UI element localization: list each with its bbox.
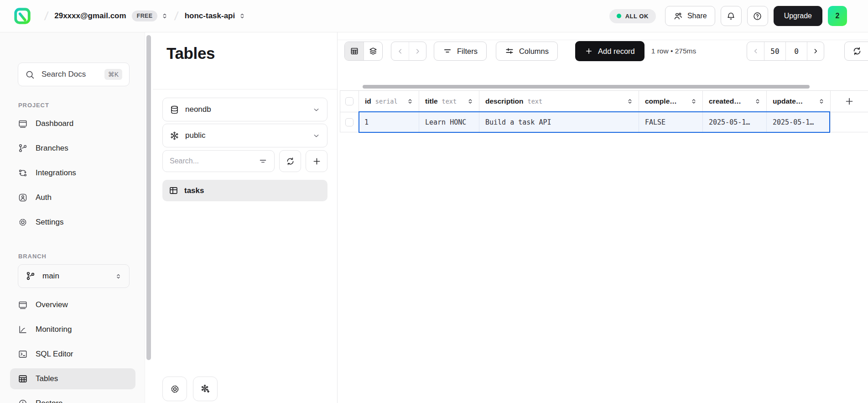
row-checkbox[interactable]: [345, 118, 353, 126]
plus-icon: [312, 157, 322, 166]
layers-view-button[interactable]: [364, 42, 382, 60]
sidebar-item-overview[interactable]: Overview: [10, 294, 135, 315]
status-label: ALL OK: [625, 13, 649, 20]
cell-updated[interactable]: 2025-05-1…: [766, 112, 830, 132]
gear-icon: [170, 384, 180, 394]
grid-horizontal-scrollbar[interactable]: [340, 83, 868, 90]
database-icon: [170, 105, 179, 115]
column-header-id[interactable]: id serial: [359, 91, 419, 112]
credits-badge[interactable]: 2: [828, 6, 847, 26]
table-search-input[interactable]: Search...: [162, 150, 275, 172]
column-header-completed[interactable]: comple…: [639, 91, 702, 112]
sidebar-item-monitoring[interactable]: Monitoring: [10, 319, 135, 340]
add-column-button[interactable]: [830, 91, 868, 112]
sidebar-scrollbar[interactable]: [145, 32, 153, 403]
sidebar-item-integrations[interactable]: Integrations: [10, 162, 135, 183]
filter-icon[interactable]: [259, 157, 267, 166]
table-row[interactable]: 1 Learn HONC Build a task API FALSE 2025…: [340, 112, 868, 132]
status-badge[interactable]: ALL OK: [609, 9, 656, 23]
scrollbar-thumb[interactable]: [363, 85, 810, 89]
breadcrumb-separator: /: [174, 9, 179, 23]
share-label: Share: [687, 12, 707, 20]
cell-id[interactable]: 1: [359, 112, 419, 132]
section-label-project: PROJECT: [18, 102, 145, 109]
gear-icon: [18, 217, 28, 227]
table-list-item-tasks[interactable]: tasks: [162, 180, 327, 201]
schema-selector[interactable]: public: [162, 124, 327, 147]
sort-icon[interactable]: [754, 98, 761, 105]
search-docs-input[interactable]: Search Docs ⌘K: [18, 63, 130, 86]
chevron-left-icon: [396, 47, 404, 55]
filters-button[interactable]: Filters: [434, 42, 487, 61]
sidebar-item-sql-editor[interactable]: SQL Editor: [10, 344, 135, 365]
columns-button[interactable]: Columns: [496, 42, 558, 61]
next-page-button[interactable]: [409, 42, 426, 60]
sort-icon[interactable]: [627, 98, 633, 105]
cell-created[interactable]: 2025-05-1…: [702, 112, 766, 132]
select-all-checkbox[interactable]: [345, 97, 353, 105]
sidebar-item-restore[interactable]: Restore: [10, 393, 135, 403]
panel-settings-button[interactable]: [162, 377, 187, 401]
page-size-value[interactable]: 50: [764, 42, 785, 60]
cell-title[interactable]: Learn HONC: [419, 112, 479, 132]
project-name[interactable]: honc-task-api: [185, 11, 235, 21]
refresh-tables-button[interactable]: [279, 150, 301, 172]
column-header-title[interactable]: title text: [419, 91, 479, 112]
project-selector-chevron-icon[interactable]: [239, 12, 246, 20]
cell-completed[interactable]: FALSE: [639, 112, 702, 132]
page-offset-value[interactable]: 0: [785, 42, 807, 60]
view-toggle: [344, 42, 383, 61]
sidebar-item-dashboard[interactable]: Dashboard: [10, 113, 135, 134]
main-content: Filters Columns Add record 1 row • 275ms: [338, 32, 868, 403]
table-icon: [169, 186, 178, 195]
database-selector-value: neondb: [185, 105, 211, 114]
filter-icon: [443, 47, 452, 56]
help-icon: [753, 11, 762, 21]
refresh-icon: [852, 46, 862, 56]
layers-view-icon: [369, 47, 378, 56]
column-header-updated[interactable]: update…: [766, 91, 830, 112]
pagination-prev-button[interactable]: [747, 42, 764, 60]
git-branch-icon: [18, 143, 28, 153]
pagination-next-button[interactable]: [807, 42, 824, 60]
export-schema-button[interactable]: [193, 377, 218, 401]
prev-page-button[interactable]: [391, 42, 409, 60]
status-dot: [617, 14, 621, 18]
scrollbar-thumb[interactable]: [146, 35, 151, 360]
notifications-button[interactable]: [721, 6, 742, 26]
tables-panel: Tables neondb public: [153, 32, 338, 403]
refresh-grid-button[interactable]: [844, 42, 868, 61]
sort-icon[interactable]: [691, 98, 697, 105]
section-label-branch: BRANCH: [18, 253, 145, 260]
sidebar-item-branches[interactable]: Branches: [10, 138, 135, 159]
branch-selector-value: main: [42, 272, 59, 281]
dashboard-icon: [18, 119, 28, 129]
git-branch-icon: [26, 271, 36, 281]
sort-icon[interactable]: [818, 98, 825, 105]
breadcrumb-separator: /: [44, 9, 49, 23]
sliders-icon: [505, 47, 514, 56]
topbar: / 29xxxx@gmail.com FREE / honc-task-api …: [0, 0, 868, 32]
sidebar-item-settings[interactable]: Settings: [10, 212, 135, 233]
cell-description[interactable]: Build a task API: [479, 112, 639, 132]
row-spacer-cell: [830, 112, 868, 132]
help-button[interactable]: [747, 6, 768, 26]
neon-logo-icon[interactable]: [14, 7, 31, 25]
sidebar-item-auth[interactable]: Auth: [10, 187, 135, 208]
column-header-created[interactable]: created…: [702, 91, 766, 112]
sort-icon[interactable]: [407, 98, 413, 105]
column-header-description[interactable]: description text: [479, 91, 639, 112]
share-button[interactable]: Share: [665, 6, 715, 26]
account-email[interactable]: 29xxxx@gmail.com: [54, 11, 126, 21]
branch-selector[interactable]: main: [18, 264, 130, 288]
add-record-button[interactable]: Add record: [575, 41, 645, 61]
result-summary: 1 row • 275ms: [651, 47, 696, 55]
account-selector-chevron-icon[interactable]: [161, 12, 168, 20]
upgrade-button[interactable]: Upgrade: [774, 6, 822, 26]
grid-view-button[interactable]: [345, 42, 364, 60]
add-table-button[interactable]: [306, 150, 327, 172]
upgrade-label: Upgrade: [784, 12, 812, 20]
database-selector[interactable]: neondb: [162, 98, 327, 121]
sort-icon[interactable]: [467, 98, 473, 105]
sidebar-item-tables[interactable]: Tables: [10, 368, 135, 389]
